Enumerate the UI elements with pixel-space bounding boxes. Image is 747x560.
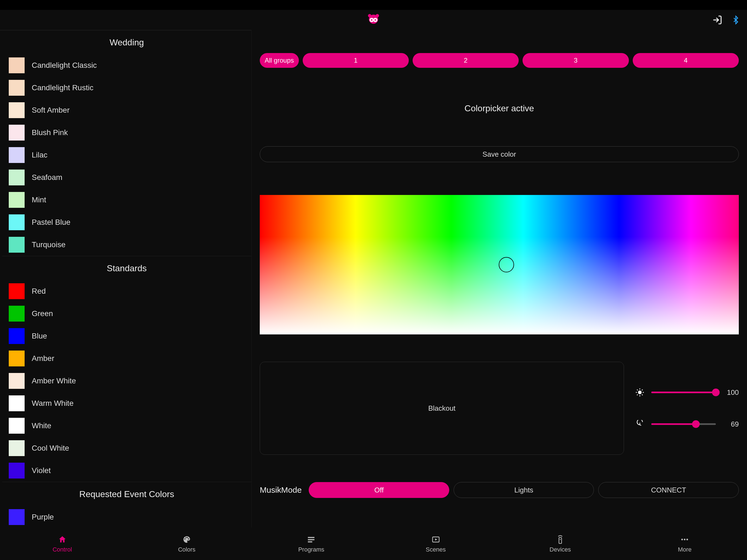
preset-color-row[interactable]: Blue: [2, 325, 251, 347]
colorpicker-status: Colorpicker active: [260, 103, 739, 113]
remote-icon: [555, 535, 565, 544]
color-swatch: [9, 125, 25, 141]
nav-programs[interactable]: Programs: [249, 528, 374, 560]
preset-color-label: Candlelight Classic: [32, 61, 97, 70]
group-pill-1[interactable]: 1: [303, 53, 409, 68]
preset-color-row[interactable]: Soft Amber: [2, 99, 251, 121]
preset-color-row[interactable]: Purple: [2, 506, 251, 528]
music-mode-row: MusikMode Off Lights CONNECT: [260, 482, 739, 498]
color-swatch: [9, 170, 25, 185]
color-swatch: [9, 57, 25, 73]
svg-point-6: [376, 14, 379, 17]
app-logo: [365, 12, 382, 28]
svg-rect-22: [559, 538, 562, 543]
blackout-button[interactable]: Blackout: [260, 362, 624, 455]
svg-line-16: [642, 390, 643, 390]
speed-slider[interactable]: 69: [635, 419, 739, 429]
nav-more[interactable]: More: [623, 528, 747, 560]
music-mode-label: MusikMode: [260, 485, 304, 495]
preset-color-label: Purple: [32, 513, 54, 521]
speed-icon: [635, 419, 645, 429]
preset-color-row[interactable]: Cool White: [2, 437, 251, 459]
preset-color-label: Soft Amber: [32, 106, 70, 114]
preset-color-label: Violet: [32, 466, 51, 475]
group-pill-2[interactable]: 2: [413, 53, 519, 68]
svg-point-3: [371, 19, 372, 21]
color-cursor[interactable]: [499, 257, 514, 272]
preset-color-row[interactable]: Amber: [2, 347, 251, 370]
list-icon: [306, 535, 316, 544]
nav-label: Programs: [298, 546, 324, 553]
preset-color-row[interactable]: Turquoise: [2, 233, 251, 256]
color-swatch: [9, 283, 25, 299]
svg-line-13: [637, 390, 638, 390]
color-swatch: [9, 147, 25, 163]
nav-label: Devices: [549, 546, 571, 553]
preset-color-row[interactable]: Blush Pink: [2, 121, 251, 144]
music-mode-off[interactable]: Off: [309, 482, 449, 498]
nav-scenes[interactable]: Scenes: [374, 528, 498, 560]
preset-color-label: Amber: [32, 354, 54, 363]
speed-value: 69: [722, 420, 739, 429]
login-icon[interactable]: [712, 15, 722, 25]
color-swatch: [9, 373, 25, 389]
preset-color-label: Blue: [32, 332, 47, 340]
preset-color-row[interactable]: Candlelight Rustic: [2, 77, 251, 99]
brightness-slider[interactable]: 100: [635, 387, 739, 397]
svg-point-23: [560, 539, 561, 540]
music-mode-lights[interactable]: Lights: [454, 482, 594, 498]
preset-color-row[interactable]: Seafoam: [2, 166, 251, 189]
preset-color-row[interactable]: Candlelight Classic: [2, 54, 251, 77]
music-mode-connect[interactable]: CONNECT: [598, 482, 739, 498]
svg-marker-21: [435, 538, 437, 541]
bluetooth-icon[interactable]: [731, 15, 741, 25]
preset-color-row[interactable]: Red: [2, 280, 251, 302]
nav-devices[interactable]: Devices: [498, 528, 622, 560]
preset-group-header: Standards: [2, 256, 251, 280]
svg-line-15: [637, 394, 638, 396]
color-swatch: [9, 463, 25, 479]
color-field[interactable]: [260, 195, 739, 334]
preset-color-label: Blush Pink: [32, 128, 68, 137]
preset-color-row[interactable]: White: [2, 414, 251, 437]
preset-group-header: Requested Event Colors: [2, 482, 251, 506]
nav-label: Scenes: [426, 546, 446, 553]
preset-color-label: Pastel Blue: [32, 218, 71, 227]
home-icon: [57, 535, 67, 544]
color-swatch: [9, 440, 25, 456]
group-pill-4[interactable]: 4: [633, 53, 739, 68]
group-pill-all[interactable]: All groups: [260, 53, 299, 68]
main-panel: All groups 1 2 3 4 Colorpicker active Sa…: [252, 30, 747, 528]
color-swatch: [9, 328, 25, 344]
brightness-icon: [635, 387, 645, 397]
nav-control[interactable]: Control: [0, 528, 124, 560]
bottom-nav: ControlColorsProgramsScenesDevicesMore: [0, 528, 747, 560]
nav-colors[interactable]: Colors: [124, 528, 249, 560]
color-swatch: [9, 509, 25, 525]
preset-color-label: White: [32, 422, 51, 430]
preset-color-row[interactable]: Violet: [2, 459, 251, 482]
preset-color-row[interactable]: Warm White: [2, 392, 251, 414]
preset-color-row[interactable]: Mint: [2, 189, 251, 211]
preset-color-row[interactable]: Pastel Blue: [2, 211, 251, 233]
preset-color-label: Candlelight Rustic: [32, 83, 94, 92]
svg-point-24: [681, 539, 683, 540]
preset-color-row[interactable]: Green: [2, 302, 251, 325]
preset-color-label: Turquoise: [32, 240, 66, 249]
preset-color-row[interactable]: Amber White: [2, 370, 251, 392]
svg-rect-19: [308, 541, 312, 542]
preset-color-label: Mint: [32, 196, 46, 204]
color-swatch: [9, 418, 25, 434]
preset-color-label: Warm White: [32, 399, 74, 408]
preset-color-label: Lilac: [32, 151, 48, 159]
group-selector: All groups 1 2 3 4: [260, 53, 739, 68]
color-swatch: [9, 80, 25, 96]
svg-point-25: [684, 539, 686, 540]
save-color-button[interactable]: Save color: [260, 146, 739, 162]
color-preset-sidebar[interactable]: WeddingCandlelight ClassicCandlelight Ru…: [0, 30, 252, 528]
preset-color-label: Seafoam: [32, 173, 62, 182]
nav-label: Control: [52, 546, 72, 553]
group-pill-3[interactable]: 3: [522, 53, 628, 68]
preset-color-row[interactable]: Lilac: [2, 144, 251, 166]
dots-icon: [680, 535, 690, 544]
